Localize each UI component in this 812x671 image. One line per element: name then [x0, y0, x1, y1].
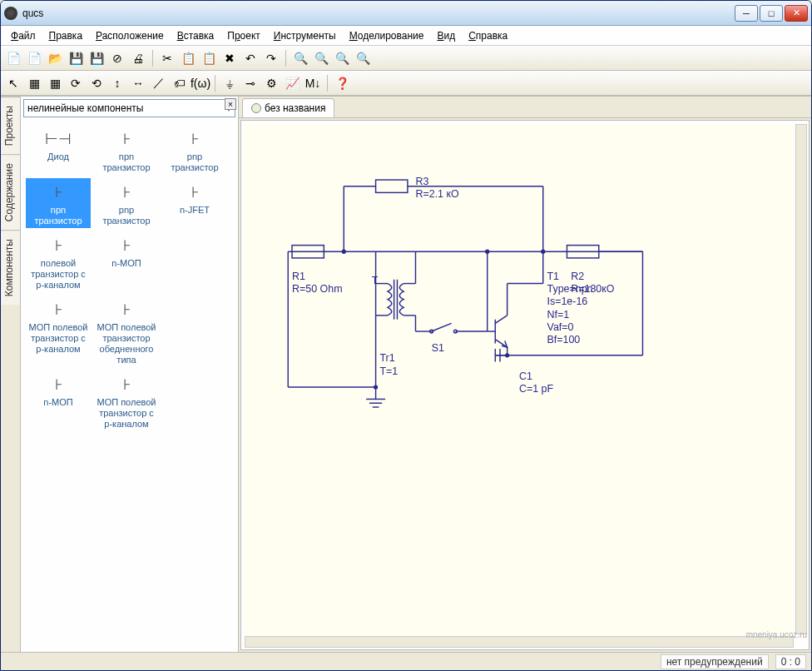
- titlebar: qucs ─ □ ✕: [1, 1, 811, 26]
- comp2-icon[interactable]: ▦: [46, 74, 64, 92]
- component-label: npn транзистор: [96, 152, 157, 173]
- delete-icon[interactable]: ✖: [220, 49, 239, 67]
- menu-help[interactable]: Справка: [463, 28, 512, 43]
- menu-project[interactable]: Проект: [222, 28, 265, 43]
- schematic-canvas[interactable]: R3 R=2.1 кО R1 R=50 Ohm: [245, 124, 794, 634]
- menu-tools[interactable]: Инструменты: [269, 28, 341, 43]
- status-warnings: нет предупреждений: [661, 654, 769, 669]
- cut-icon[interactable]: ✂: [158, 49, 176, 67]
- zoomfit-icon[interactable]: 🔍: [333, 49, 351, 67]
- minimize-button[interactable]: ─: [735, 5, 758, 22]
- rotate-icon[interactable]: ⟳: [67, 74, 85, 92]
- gnd-icon[interactable]: ⏚: [220, 74, 239, 92]
- palette-item[interactable]: ⊦n-МОП: [26, 370, 91, 431]
- zoomin-icon[interactable]: 🔍: [291, 49, 309, 67]
- new-icon[interactable]: 📄: [4, 49, 22, 67]
- tab-projects[interactable]: Проекты: [1, 97, 20, 154]
- palette-item[interactable]: [162, 231, 227, 292]
- menu-simulate[interactable]: Моделирование: [344, 28, 429, 43]
- palette-item[interactable]: ⊦npn транзистор: [26, 178, 91, 228]
- flip2-icon[interactable]: ↔: [129, 74, 147, 92]
- palette-item[interactable]: ⊦МОП полевой транзистор с p-каналом: [26, 296, 91, 367]
- palette-item[interactable]: ⊦n-МОП: [94, 231, 159, 292]
- mirror-icon[interactable]: ⟲: [87, 74, 106, 92]
- T1-name: T1: [547, 271, 560, 282]
- eqn-icon[interactable]: f(ω): [191, 74, 210, 92]
- print-icon[interactable]: 🖨: [129, 49, 147, 67]
- sidebar-tabs: Проекты Содержание Компоненты: [1, 97, 21, 652]
- undo-icon[interactable]: ↶: [241, 49, 260, 67]
- palette-item[interactable]: ⊦МОП полевой транзистор обедненного типа: [94, 296, 159, 367]
- palette-item[interactable]: ⊦n-JFET: [162, 178, 227, 228]
- palette-item[interactable]: ⊦pnp транзистор: [94, 178, 159, 228]
- S1-name: S1: [432, 342, 444, 354]
- menubar: Файл Правка Расположение Вставка Проект …: [1, 26, 811, 46]
- menu-edit[interactable]: Правка: [44, 28, 88, 43]
- menu-layout[interactable]: Расположение: [91, 28, 169, 43]
- palette-item[interactable]: ⊦npn транзистор: [94, 125, 159, 175]
- editor-tab[interactable]: без названия: [242, 98, 334, 117]
- zoom1-icon[interactable]: 🔍: [354, 49, 372, 67]
- sidebar-close-icon[interactable]: ×: [225, 98, 236, 110]
- component-symbol-icon: ⊦: [164, 127, 225, 152]
- close-doc-icon[interactable]: ⊘: [108, 49, 126, 67]
- marker-icon[interactable]: M↓: [304, 74, 322, 92]
- component-label: МОП полевой транзистор обедненного типа: [96, 322, 157, 365]
- tab-components[interactable]: Компоненты: [1, 230, 20, 305]
- save-icon[interactable]: 💾: [67, 49, 85, 67]
- tab-content[interactable]: Содержание: [1, 154, 20, 230]
- editor-tabbar: без названия: [239, 97, 811, 118]
- palette-item[interactable]: ⊢⊣Диод: [26, 125, 91, 175]
- status-coords: 0 : 0: [775, 654, 806, 669]
- pointer-icon[interactable]: ↖: [4, 74, 22, 92]
- app-icon: [4, 7, 17, 20]
- palette-item[interactable]: [162, 296, 227, 367]
- comp1-icon[interactable]: ▦: [25, 74, 43, 92]
- palette-item[interactable]: ⊦МОП полевой транзистор с p-каналом: [94, 370, 159, 431]
- label-icon[interactable]: 🏷: [171, 74, 189, 92]
- paste-icon[interactable]: 📋: [200, 49, 218, 67]
- menu-file[interactable]: Файл: [6, 28, 41, 43]
- component-symbol-icon: ⊦: [96, 233, 157, 258]
- graph-icon[interactable]: 📈: [283, 74, 301, 92]
- port-icon[interactable]: ⊸: [241, 74, 260, 92]
- saveall-icon[interactable]: 💾: [87, 49, 106, 67]
- palette-item[interactable]: [162, 370, 227, 431]
- component-category-select[interactable]: нелинейные компоненты: [23, 99, 235, 117]
- component-label: n-МОП: [96, 258, 157, 269]
- R3-name: R3: [415, 176, 428, 187]
- palette-item[interactable]: ⊦полевой транзистор с p-каналом: [26, 231, 91, 292]
- maximize-button[interactable]: □: [760, 5, 783, 22]
- svg-point-6: [342, 250, 345, 253]
- copy-icon[interactable]: 📋: [179, 49, 197, 67]
- wire-icon[interactable]: ／: [150, 74, 168, 92]
- schematic-icon: [251, 103, 261, 113]
- svg-line-38: [495, 316, 507, 324]
- palette-item[interactable]: ⊦pnp транзистор: [162, 125, 227, 175]
- new2-icon[interactable]: 📄: [25, 49, 43, 67]
- window-title: qucs: [22, 7, 735, 19]
- menu-insert[interactable]: Вставка: [172, 28, 220, 43]
- scrollbar-horizontal[interactable]: [245, 636, 794, 648]
- component-symbol-icon: ⊦: [27, 297, 89, 322]
- flip-icon[interactable]: ↕: [108, 74, 126, 92]
- R3-value: R=2.1 кО: [415, 188, 458, 200]
- sim-icon[interactable]: ⚙: [262, 74, 280, 92]
- component-label: pnp транзистор: [164, 152, 225, 173]
- watermark: mneniya.ucoz.ru: [746, 630, 807, 639]
- help-icon[interactable]: ❓: [333, 74, 351, 92]
- component-symbol-icon: [164, 233, 225, 258]
- open-icon[interactable]: 📂: [46, 49, 64, 67]
- component-label: Диод: [27, 152, 89, 162]
- toolbar-1: 📄 📄 📂 💾 💾 ⊘ 🖨 ✂ 📋 📋 ✖ ↶ ↷ 🔍 🔍 🔍 🔍: [1, 46, 811, 71]
- T1-Vaf: Vaf=0: [547, 321, 574, 333]
- redo-icon[interactable]: ↷: [262, 49, 280, 67]
- canvas-area: R3 R=2.1 кО R1 R=50 Ohm: [240, 120, 810, 650]
- close-button[interactable]: ✕: [785, 5, 808, 22]
- C1-value: C=1 pF: [519, 383, 554, 395]
- component-symbol-icon: ⊦: [96, 372, 157, 397]
- zoomout-icon[interactable]: 🔍: [312, 49, 330, 67]
- menu-view[interactable]: Вид: [432, 28, 460, 43]
- scrollbar-vertical[interactable]: [795, 124, 807, 634]
- component-label: МОП полевой транзистор с p-каналом: [96, 397, 157, 430]
